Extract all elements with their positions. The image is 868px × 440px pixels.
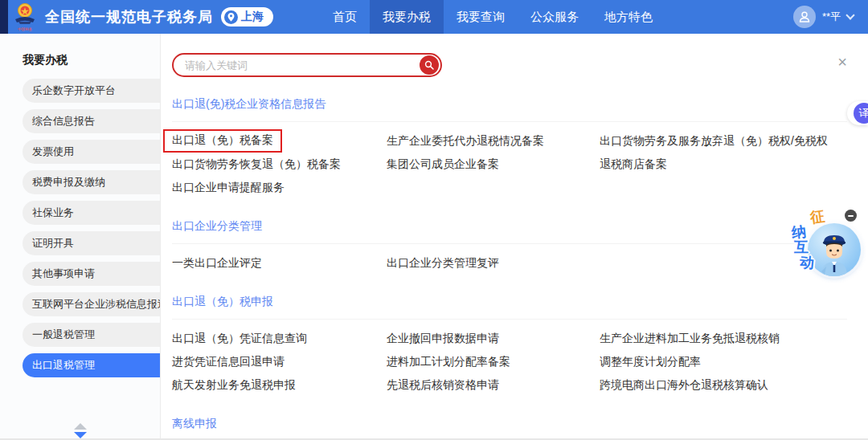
- location-selector[interactable]: 上海: [221, 7, 273, 26]
- menu-item[interactable]: 出口企业分类管理复评: [387, 251, 600, 275]
- menu-item[interactable]: 进料加工计划分配率备案: [387, 350, 600, 373]
- sidebar-scroll-arrows: [0, 423, 161, 438]
- sidebar: 我要办税 乐企数字开放平台 综合信息报告 发票使用 税费申报及缴纳 社保业务 证…: [0, 34, 161, 440]
- widget-char: 征: [809, 206, 825, 227]
- nav-inquiry[interactable]: 我要查询: [444, 0, 518, 34]
- search-input[interactable]: [174, 59, 440, 71]
- section-offline-declaration: 离线申报 离线申报: [172, 417, 847, 440]
- search-box: [172, 53, 442, 77]
- menu-item[interactable]: 出口货物劳务及服务放弃退（免）税权/免税权: [600, 129, 847, 153]
- nav-local-features[interactable]: 地方特色: [592, 0, 665, 34]
- user-avatar-icon: [793, 6, 816, 28]
- menu-item[interactable]: 跨境电商出口海外仓退税核算确认: [600, 373, 847, 397]
- menu-item[interactable]: 生产企业委托代办退税情况备案: [387, 129, 600, 153]
- section-classification-management: 出口企业分类管理 一类出口企业评定 出口企业分类管理复评: [172, 219, 847, 275]
- sidebar-item-social-security[interactable]: 社保业务: [23, 201, 160, 225]
- nav-tax-services[interactable]: 我要办税: [370, 0, 444, 34]
- menu-item[interactable]: 先退税后核销资格申请: [387, 373, 600, 397]
- close-icon[interactable]: ×: [837, 55, 847, 69]
- user-menu[interactable]: **平: [793, 0, 854, 34]
- user-name: **平: [822, 10, 841, 24]
- menu-item-export-refund-filing[interactable]: 出口退（免）税备案: [172, 129, 387, 153]
- menu-item[interactable]: 出口退（免）凭证信息查询: [172, 327, 387, 350]
- logo-caption: 中国税务: [18, 27, 32, 31]
- menu-item[interactable]: 集团公司成员企业备案: [387, 153, 600, 176]
- national-emblem-icon: [13, 2, 37, 26]
- section-title: 出口退(免)税企业资格信息报告: [172, 97, 847, 122]
- sidebar-item-tax-declaration[interactable]: 税费申报及缴纳: [23, 170, 160, 194]
- page: 中国税务 全国统一规范电子税务局 上海 首页 我要办税 我要查询 公众服务 地方…: [0, 0, 868, 440]
- widget-char: 动: [799, 252, 815, 273]
- menu-item[interactable]: 调整年度计划分配率: [600, 350, 847, 373]
- menu-grid: 出口退（免）凭证信息查询 企业撤回申报数据申请 生产企业进料加工业务免抵退税核销…: [172, 327, 847, 397]
- sidebar-item-certificate-issue[interactable]: 证明开具: [23, 231, 160, 255]
- menu-item[interactable]: 退税商店备案: [600, 153, 847, 176]
- menu-item[interactable]: 航天发射业务免退税申报: [172, 373, 387, 397]
- nav-home[interactable]: 首页: [320, 0, 370, 34]
- menu-item[interactable]: 企业撤回申报数据申请: [387, 327, 600, 350]
- search-icon: [424, 60, 434, 70]
- left-edge-strip: [0, 0, 8, 34]
- scroll-down-arrow[interactable]: [74, 432, 87, 438]
- menu-panel: × 出口退(免)税企业资格信息报告 出口退（免）税备案 生产企业委托代办退税情况…: [162, 34, 868, 440]
- nav-public-services[interactable]: 公众服务: [518, 0, 592, 34]
- section-title: 出口企业分类管理: [172, 219, 847, 244]
- section-qualification-report: 出口退(免)税企业资格信息报告 出口退（免）税备案 生产企业委托代办退税情况备案…: [172, 97, 847, 199]
- menu-item[interactable]: 一类出口企业评定: [172, 251, 387, 275]
- menu-item[interactable]: 进货凭证信息回退申请: [172, 350, 387, 373]
- menu-grid: 出口退（免）税备案 生产企业委托代办退税情况备案 出口货物劳务及服务放弃退（免）…: [172, 129, 847, 199]
- tax-bureau-logo: 中国税务: [11, 2, 39, 32]
- sidebar-item-comprehensive-info[interactable]: 综合信息报告: [23, 109, 160, 133]
- section-refund-declaration: 出口退（免）税申报 出口退（免）凭证信息查询 企业撤回申报数据申请 生产企业进料…: [172, 295, 847, 397]
- menu-grid: 一类出口企业评定 出口企业分类管理复评: [172, 251, 847, 275]
- sidebar-item-other-matters[interactable]: 其他事项申请: [23, 262, 160, 286]
- sidebar-item-export-refund[interactable]: 出口退税管理: [23, 353, 160, 377]
- tax-officer-icon: [813, 230, 855, 276]
- location-pin-icon: [224, 10, 238, 24]
- top-header: 中国税务 全国统一规范电子税务局 上海 首页 我要办税 我要查询 公众服务 地方…: [0, 0, 868, 34]
- sidebar-item-internet-platform-reporting[interactable]: 互联网平台企业涉税信息报送: [23, 292, 160, 316]
- tax-interaction-widget[interactable]: 征 纳 互 动: [790, 207, 868, 284]
- sidebar-item-general-refund[interactable]: 一般退税管理: [23, 323, 160, 347]
- menu-item[interactable]: 生产企业进料加工业务免抵退税核销: [600, 327, 847, 350]
- site-title: 全国统一规范电子税务局: [45, 7, 213, 26]
- search-row: ×: [172, 53, 847, 77]
- chevron-down-icon: [845, 10, 854, 19]
- scroll-up-arrow[interactable]: [74, 423, 87, 430]
- tax-officer-mascot: [808, 223, 861, 276]
- main-nav: 首页 我要办税 我要查询 公众服务 地方特色: [320, 0, 665, 34]
- search-button[interactable]: [420, 55, 439, 75]
- section-title: 出口退（免）税申报: [172, 295, 847, 320]
- sidebar-item-leqi-platform[interactable]: 乐企数字开放平台: [23, 79, 160, 103]
- section-title: 离线申报: [172, 417, 847, 440]
- menu-item[interactable]: 出口货物劳务恢复退（免）税备案: [172, 153, 387, 176]
- menu-item[interactable]: 出口企业申请提醒服务: [172, 176, 387, 199]
- location-label: 上海: [241, 10, 264, 24]
- sidebar-header: 我要办税: [23, 53, 160, 67]
- sidebar-item-invoice-use[interactable]: 发票使用: [23, 140, 160, 164]
